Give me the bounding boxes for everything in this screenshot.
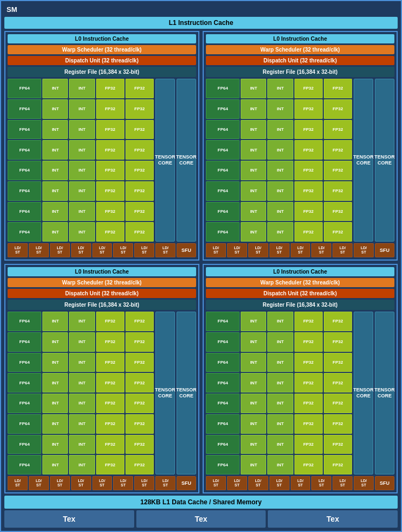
cuda-cores-1: FP64 INT INT FP32 FP32 FP64 INT INT FP32… [8, 79, 154, 242]
int-cell: INT [241, 202, 266, 221]
fp32-cell: FP32 [324, 332, 352, 352]
int-cell: INT [267, 435, 293, 454]
ldst-cell: LD/ST [311, 476, 331, 490]
int-cell: INT [241, 181, 266, 201]
int-cell: INT [42, 79, 68, 98]
fp32-cell: FP32 [96, 140, 124, 160]
ldst-cell: LD/ST [269, 476, 290, 490]
int-cell: INT [241, 353, 266, 372]
tensor-cores-col-4: TENSORCORE TENSORCORE [354, 312, 394, 474]
int-cell: INT [267, 312, 293, 331]
l1-data-cache: 128KB L1 Data Cache / Shared Memory [4, 496, 398, 509]
fp64-cell: FP64 [206, 455, 240, 474]
tensor-cores-col-1: TENSORCORE TENSORCORE [155, 79, 196, 242]
fp64-cell: FP64 [8, 373, 41, 392]
ldst-cell: LD/ST [134, 243, 154, 257]
int-cell: INT [241, 394, 266, 413]
int-cell: INT [69, 79, 95, 98]
core-row: FP64 INT INT FP32 FP32 [206, 353, 352, 372]
fp64-cell: FP64 [8, 455, 41, 474]
warp-scheduler-3: Warp Scheduler (32 thread/clk) [8, 278, 196, 287]
fp32-cell: FP32 [294, 161, 323, 180]
int-cell: INT [241, 373, 266, 392]
fp32-cell: FP32 [294, 455, 323, 474]
int-cell: INT [267, 79, 293, 98]
tensor-cores-col-3: TENSORCORE TENSORCORE [155, 312, 196, 474]
fp32-cell: FP32 [294, 99, 323, 119]
ldst-cell: LD/ST [332, 476, 353, 490]
core-row: FP64 INT INT FP32 FP32 [206, 181, 352, 201]
ldst-cell: LD/ST [92, 243, 112, 257]
int-cell: INT [241, 79, 266, 98]
fp32-cell: FP32 [96, 161, 124, 180]
fp64-cell: FP64 [206, 181, 240, 201]
tensor-core-4a: TENSORCORE [354, 312, 373, 474]
l0-cache-4: L0 Instruction Cache [206, 267, 394, 276]
fp32-cell: FP32 [324, 394, 352, 413]
fp32-cell: FP32 [96, 332, 124, 352]
fp64-cell: FP64 [206, 414, 240, 434]
int-cell: INT [267, 332, 293, 352]
fp32-cell: FP32 [96, 312, 124, 331]
ldst-cell: LD/ST [71, 476, 91, 490]
cuda-cores-4: FP64 INT INT FP32 FP32 FP64 INT INT FP32… [206, 312, 352, 474]
core-row: FP64 INT INT FP32 FP32 [8, 435, 154, 454]
fp32-cell: FP32 [324, 79, 352, 98]
ldst-sfu-row-2: LD/ST LD/ST LD/ST LD/ST LD/ST LD/ST LD/S… [206, 243, 394, 257]
int-cell: INT [267, 455, 293, 474]
fp32-cell: FP32 [125, 455, 154, 474]
tensor-cores-col-2: TENSORCORE TENSORCORE [354, 79, 394, 242]
register-file-2: Register File (16,384 x 32-bit) [206, 67, 394, 77]
int-cell: INT [69, 414, 95, 434]
core-row: FP64 INT INT FP32 FP32 [8, 414, 154, 434]
fp32-cell: FP32 [324, 99, 352, 119]
int-cell: INT [69, 99, 95, 119]
fp32-cell: FP32 [294, 120, 323, 140]
fp64-cell: FP64 [206, 353, 240, 372]
fp32-cell: FP32 [125, 99, 154, 119]
int-cell: INT [42, 99, 68, 119]
fp32-cell: FP32 [294, 435, 323, 454]
l0-cache-1: L0 Instruction Cache [8, 34, 196, 43]
fp32-cell: FP32 [294, 414, 323, 434]
l0-cache-3: L0 Instruction Cache [8, 267, 196, 276]
int-cell: INT [42, 202, 68, 221]
fp32-cell: FP32 [324, 373, 352, 392]
fp32-cell: FP32 [324, 435, 352, 454]
tex-cell-1: Tex [4, 510, 134, 528]
int-cell: INT [42, 435, 68, 454]
fp64-cell: FP64 [8, 161, 41, 180]
fp32-cell: FP32 [125, 332, 154, 352]
fp32-cell: FP32 [324, 353, 352, 372]
core-row: FP64 INT INT FP32 FP32 [206, 394, 352, 413]
core-row: FP64 INT INT FP32 FP32 [206, 222, 352, 242]
ldst-cell: LD/ST [332, 243, 353, 257]
fp32-cell: FP32 [294, 222, 323, 242]
ldst-cell: LD/ST [248, 243, 268, 257]
int-cell: INT [241, 140, 266, 160]
core-row: FP64 INT INT FP32 FP32 [206, 435, 352, 454]
int-cell: INT [42, 394, 68, 413]
warp-scheduler-2: Warp Scheduler (32 thread/clk) [206, 45, 394, 54]
ldst-cell: LD/ST [155, 243, 175, 257]
ldst-cell: LD/ST [8, 243, 28, 257]
dispatch-unit-2: Dispatch Unit (32 thread/clk) [206, 56, 394, 65]
int-cell: INT [42, 120, 68, 140]
core-row: FP64 INT INT FP32 FP32 [8, 222, 154, 242]
fp64-cell: FP64 [8, 202, 41, 221]
fp32-cell: FP32 [324, 222, 352, 242]
fp32-cell: FP32 [125, 414, 154, 434]
fp32-cell: FP32 [125, 202, 154, 221]
core-row: FP64 INT INT FP32 FP32 [8, 79, 154, 98]
core-row: FP64 INT INT FP32 FP32 [8, 455, 154, 474]
fp64-cell: FP64 [206, 312, 240, 331]
sfu-cell-1: SFU [177, 243, 196, 257]
core-row: FP64 INT INT FP32 FP32 [206, 140, 352, 160]
int-cell: INT [42, 332, 68, 352]
int-cell: INT [241, 222, 266, 242]
fp32-cell: FP32 [96, 181, 124, 201]
fp64-cell: FP64 [206, 79, 240, 98]
int-cell: INT [69, 202, 95, 221]
fp64-cell: FP64 [206, 161, 240, 180]
core-row: FP64 INT INT FP32 FP32 [206, 312, 352, 331]
